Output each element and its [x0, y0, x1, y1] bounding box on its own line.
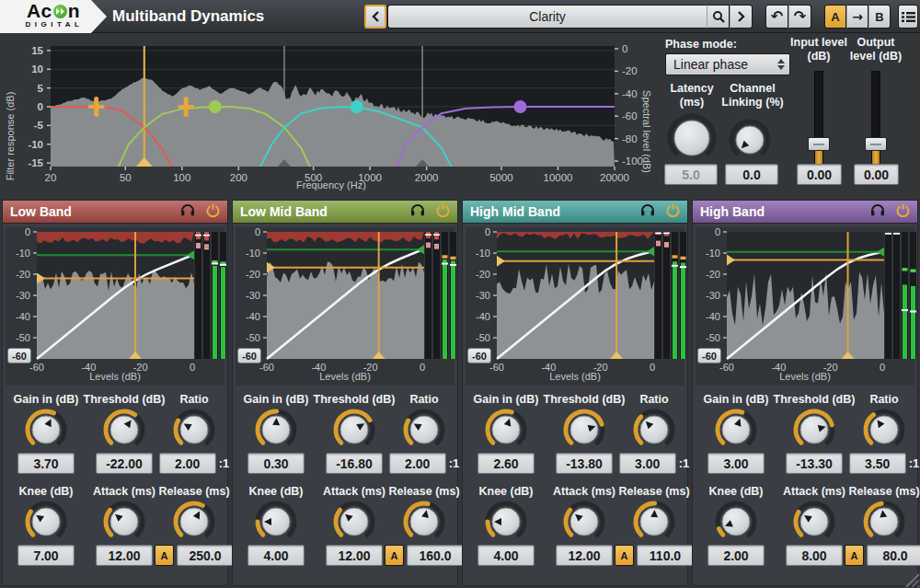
power-icon[interactable]: [666, 203, 680, 221]
svg-text:-30: -30: [246, 290, 260, 301]
attack-value[interactable]: 12.00: [326, 545, 383, 566]
knee-value[interactable]: 4.00: [247, 545, 305, 566]
slider-handle[interactable]: [808, 137, 830, 151]
channel-linking-value[interactable]: 0.0: [725, 164, 778, 185]
knee-knob[interactable]: [484, 500, 528, 544]
band-panel: High Band 0-10-20-30-40-50-60-40-200 -60…: [692, 200, 918, 586]
ratio-knob[interactable]: [172, 408, 216, 452]
spectral-level-axis-label: Spectral level (dB): [641, 81, 652, 182]
release-value[interactable]: 110.0: [637, 545, 694, 566]
attack-label: Attack (ms): [553, 485, 615, 498]
redo-button[interactable]: ↷: [788, 5, 811, 29]
logo-subtext: DIGITAL: [2, 21, 107, 29]
threshold-knob[interactable]: [102, 408, 146, 452]
knee-value[interactable]: 2.00: [707, 545, 765, 566]
knee-value[interactable]: 7.00: [17, 545, 75, 566]
gain-in-knob[interactable]: [254, 408, 298, 452]
release-knob[interactable]: [632, 500, 676, 544]
release-value[interactable]: 250.0: [177, 545, 234, 566]
band-transfer-display[interactable]: 0-10-20-30-40-50-60-40-200 -60 Levels (d…: [466, 227, 684, 386]
power-icon[interactable]: [436, 203, 450, 221]
slider-handle[interactable]: [865, 137, 887, 151]
band-transfer-display[interactable]: 0-10-20-30-40-50-60-40-200 -60 Levels (d…: [236, 227, 454, 386]
knee-knob[interactable]: [24, 500, 68, 544]
ratio-value[interactable]: 3.00: [619, 453, 676, 474]
transfer-plot[interactable]: 0-10-20-30-40-50-60-40-200: [6, 227, 226, 386]
attack-knob[interactable]: [562, 500, 606, 544]
release-value[interactable]: 80.0: [867, 545, 920, 566]
transfer-plot[interactable]: 0-10-20-30-40-50-60-40-200: [696, 227, 916, 386]
preset-name-field[interactable]: Clarity: [387, 5, 707, 29]
ratio-suffix: :1: [909, 456, 920, 470]
threshold-knob[interactable]: [792, 408, 836, 452]
ab-compare-b-button[interactable]: B: [868, 5, 891, 29]
attack-value[interactable]: 12.00: [96, 545, 153, 566]
ratio-knob[interactable]: [862, 408, 906, 452]
attack-value[interactable]: 8.00: [786, 545, 843, 566]
power-icon[interactable]: [896, 203, 910, 221]
preset-search-button[interactable]: [707, 5, 730, 29]
ratio-value[interactable]: 2.00: [389, 453, 446, 474]
output-level-slider[interactable]: [865, 71, 887, 172]
auto-release-button[interactable]: A: [615, 545, 634, 566]
band-transfer-display[interactable]: 0-10-20-30-40-50-60-40-200 -60 Levels (d…: [696, 227, 914, 386]
auto-release-button[interactable]: A: [155, 545, 174, 566]
input-level-value[interactable]: 0.00: [797, 164, 842, 185]
spectrum-display[interactable]: 151050-5-10-150-20-40-60-80-100205010020…: [0, 34, 658, 198]
gain-in-knob[interactable]: [484, 408, 528, 452]
release-knob[interactable]: [402, 500, 446, 544]
threshold-value[interactable]: -13.80: [556, 453, 613, 474]
threshold-value[interactable]: -13.30: [786, 453, 843, 474]
attack-knob[interactable]: [102, 500, 146, 544]
threshold-knob[interactable]: [332, 408, 376, 452]
undo-button[interactable]: ↶: [765, 5, 788, 29]
ratio-knob[interactable]: [402, 408, 446, 452]
transfer-plot[interactable]: 0-10-20-30-40-50-60-40-200: [236, 227, 456, 386]
release-value[interactable]: 160.0: [407, 545, 464, 566]
auto-release-button[interactable]: A: [845, 545, 864, 566]
ratio-knob[interactable]: [632, 408, 676, 452]
power-icon[interactable]: [206, 203, 220, 221]
attack-knob[interactable]: [792, 500, 836, 544]
band-panel: Low Band 0-10-20-30-40-50-60-40-200 -60 …: [2, 200, 228, 586]
band-transfer-display[interactable]: 0-10-20-30-40-50-60-40-200 -60 Levels (d…: [6, 227, 224, 386]
knee-knob[interactable]: [714, 500, 758, 544]
solo-headphones-icon[interactable]: [410, 203, 425, 220]
list-icon: [902, 11, 915, 23]
ratio-value[interactable]: 2.00: [159, 453, 216, 474]
preset-name: Clarity: [529, 9, 566, 24]
solo-headphones-icon[interactable]: [180, 203, 195, 220]
preset-prev-button[interactable]: [364, 5, 386, 29]
solo-headphones-icon[interactable]: [870, 203, 885, 220]
input-level-slider[interactable]: [808, 71, 830, 172]
output-level-value[interactable]: 0.00: [854, 164, 899, 185]
spectrum-plot[interactable]: 151050-5-10-150-20-40-60-80-100205010020…: [0, 34, 658, 198]
menu-button[interactable]: [898, 5, 918, 29]
svg-text:-20: -20: [622, 65, 638, 76]
svg-text:-30: -30: [706, 290, 720, 301]
gain-in-knob[interactable]: [714, 408, 758, 452]
knee-knob[interactable]: [254, 500, 298, 544]
auto-release-button[interactable]: A: [385, 545, 404, 566]
channel-linking-knob[interactable]: [728, 118, 772, 162]
attack-knob[interactable]: [332, 500, 376, 544]
phase-mode-dropdown[interactable]: Linear phase: [665, 53, 790, 75]
gain-in-value[interactable]: 0.30: [247, 453, 305, 474]
gain-in-value[interactable]: 3.00: [707, 453, 765, 474]
threshold-value[interactable]: -22.00: [96, 453, 153, 474]
solo-headphones-icon[interactable]: [640, 203, 655, 220]
ratio-value[interactable]: 3.50: [849, 453, 906, 474]
preset-next-button[interactable]: [730, 5, 753, 29]
gain-in-value[interactable]: 2.60: [477, 453, 535, 474]
transfer-plot[interactable]: 0-10-20-30-40-50-60-40-200: [466, 227, 686, 386]
knee-value[interactable]: 4.00: [477, 545, 535, 566]
attack-value[interactable]: 12.00: [556, 545, 613, 566]
gain-in-knob[interactable]: [24, 408, 68, 452]
ab-copy-button[interactable]: →: [846, 5, 868, 29]
gain-in-value[interactable]: 3.70: [17, 453, 75, 474]
release-knob[interactable]: [862, 500, 906, 544]
threshold-value[interactable]: -16.80: [326, 453, 383, 474]
threshold-knob[interactable]: [562, 408, 606, 452]
release-knob[interactable]: [172, 500, 216, 544]
ab-compare-a-button[interactable]: A: [824, 5, 846, 29]
